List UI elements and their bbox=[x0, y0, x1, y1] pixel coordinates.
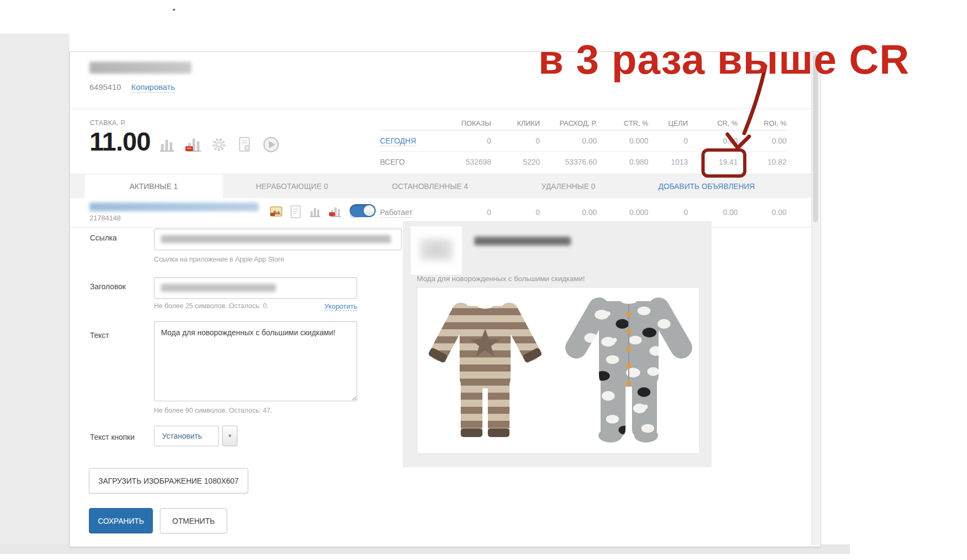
text-label: Текст bbox=[90, 331, 109, 340]
total-cr: 19.41 bbox=[688, 158, 738, 166]
col-clicks: КЛИКИ bbox=[491, 119, 540, 127]
stats-chart-icon[interactable] bbox=[308, 204, 322, 219]
today-ctr: 0.000 bbox=[597, 136, 648, 145]
title-label: Заголовок bbox=[90, 282, 126, 291]
ad-preview-panel: Мода для новорожденных с большими скидка… bbox=[403, 221, 712, 467]
link-hint: Ссылка на приложение в Apple App Store bbox=[154, 256, 284, 263]
campaign-card: 6495410 Копировать СТАВКА, Р. 11.00 ПОКА… bbox=[69, 51, 821, 547]
link-label: Ссылка bbox=[90, 233, 117, 242]
today-spend: 0.00 bbox=[540, 136, 597, 145]
ad-impressions: 0 bbox=[440, 208, 491, 217]
ad-cr: 0.00 bbox=[688, 208, 738, 217]
page-dot bbox=[173, 9, 175, 11]
total-spend: 53376.60 bbox=[540, 158, 597, 166]
link-input[interactable] bbox=[154, 229, 402, 250]
card-scrollbar[interactable] bbox=[811, 52, 820, 545]
today-impressions: 0 bbox=[440, 136, 491, 145]
shorten-link[interactable]: Укоротить bbox=[324, 302, 357, 311]
ad-clicks: 0 bbox=[491, 208, 540, 217]
title-value-blurred bbox=[161, 284, 276, 292]
col-spend: РАСХОД, Р. bbox=[540, 119, 597, 127]
campaign-id: 6495410 bbox=[89, 82, 121, 92]
col-impressions: ПОКАЗЫ bbox=[440, 119, 491, 127]
settings-gear-icon[interactable] bbox=[210, 135, 228, 154]
play-icon[interactable] bbox=[262, 135, 280, 154]
bid-toolbar bbox=[158, 135, 280, 154]
stats-header-row: ПОКАЗЫ КЛИКИ РАСХОД, Р. CTR, % ЦЕЛИ CR, … bbox=[380, 116, 787, 131]
today-goals: 0 bbox=[648, 136, 688, 145]
button-text-select[interactable]: Установить ▼ bbox=[154, 426, 237, 446]
button-text-label: Текст кнопки bbox=[90, 433, 134, 441]
bid-value: 11.00 bbox=[89, 127, 150, 157]
annotation-text: в 3 раза выше CR bbox=[538, 39, 910, 80]
campaign-name-blurred bbox=[89, 62, 191, 74]
ad-name-blurred[interactable] bbox=[89, 203, 259, 211]
doc-icon[interactable] bbox=[289, 204, 302, 219]
image-icon[interactable] bbox=[269, 204, 283, 219]
tab-active-ads[interactable]: АКТИВНЫЕ 1 bbox=[85, 174, 223, 199]
ad-ctr: 0.000 bbox=[597, 208, 648, 217]
stats-row-today: СЕГОДНЯ 0 0 0.00 0.000 0 0.00 0.00 bbox=[380, 131, 787, 152]
title-input[interactable] bbox=[154, 277, 357, 299]
stats-chart-icon[interactable] bbox=[158, 135, 176, 154]
preview-app-icon bbox=[411, 226, 462, 275]
title-hint-row: Не более 25 символов. Осталось: 0. Укоро… bbox=[154, 302, 357, 311]
col-ctr: CTR, % bbox=[597, 119, 648, 127]
targeting-doc-icon[interactable] bbox=[236, 135, 254, 154]
geo-stats-icon[interactable] bbox=[184, 135, 202, 154]
ad-id: 21784148 bbox=[89, 214, 121, 222]
button-text-value[interactable]: Установить bbox=[154, 426, 219, 446]
today-clicks: 0 bbox=[491, 136, 540, 145]
chevron-down-icon[interactable]: ▼ bbox=[222, 426, 237, 446]
ad-actions bbox=[269, 204, 361, 219]
save-button[interactable]: СОХРАНИТЬ bbox=[89, 508, 153, 533]
geo-stats-icon[interactable] bbox=[328, 204, 341, 219]
bid-label: СТАВКА, Р. bbox=[90, 119, 126, 127]
col-cr: CR, % bbox=[688, 119, 738, 127]
ad-stats-row: Работает 0 0 0.00 0.000 0 0.00 0.00 bbox=[380, 201, 787, 223]
total-goals: 1013 bbox=[648, 158, 688, 166]
stats-table: ПОКАЗЫ КЛИКИ РАСХОД, Р. CTR, % ЦЕЛИ CR, … bbox=[380, 116, 787, 172]
ad-goals: 0 bbox=[648, 208, 688, 217]
page-left-gutter bbox=[0, 34, 69, 554]
ad-enabled-toggle[interactable] bbox=[350, 204, 376, 217]
cancel-button[interactable]: ОТМЕНИТЬ bbox=[160, 508, 227, 533]
ad-roi: 0.00 bbox=[738, 208, 787, 217]
ad-spend: 0.00 bbox=[540, 208, 597, 217]
preview-text: Мода для новорожденных с большими скидка… bbox=[417, 275, 585, 283]
today-cr: 0.00 bbox=[688, 136, 738, 145]
link-value-blurred bbox=[161, 235, 391, 243]
preview-title-blurred bbox=[474, 237, 571, 245]
preview-app-icon-blurred bbox=[420, 238, 453, 261]
title-hint: Не более 25 символов. Осталось: 0. bbox=[154, 302, 268, 311]
baby-rompers-image bbox=[417, 288, 699, 450]
tab-stopped-ads[interactable]: ОСТАНОВЛЕННЫЕ 4 bbox=[361, 174, 499, 199]
ad-status-link[interactable]: Работает bbox=[380, 208, 412, 218]
tab-add-ads[interactable]: ДОБАВИТЬ ОБЪЯВЛЕНИЯ bbox=[637, 174, 776, 199]
col-roi: ROI, % bbox=[738, 119, 787, 127]
text-hint: Не более 90 символов. Осталось: 47. bbox=[154, 407, 272, 414]
upload-image-button[interactable]: ЗАГРУЗИТЬ ИЗОБРАЖЕНИЕ 1080X607 bbox=[89, 468, 248, 493]
tab-deleted-ads[interactable]: УДАЛЕННЫЕ 0 bbox=[499, 174, 637, 199]
tab-not-working-ads[interactable]: НЕРАБОТАЮЩИЕ 0 bbox=[223, 174, 361, 199]
toggle-knob bbox=[364, 205, 375, 216]
preview-image bbox=[417, 287, 700, 454]
today-link[interactable]: СЕГОДНЯ bbox=[380, 136, 416, 146]
total-ctr: 0.980 bbox=[597, 158, 648, 166]
ads-tabstrip: АКТИВНЫЕ 1 НЕРАБОТАЮЩИЕ 0 ОСТАНОВЛЕННЫЕ … bbox=[70, 174, 819, 199]
today-roi: 0.00 bbox=[738, 136, 787, 145]
text-input[interactable]: Мода для новорожденных с большими скидка… bbox=[154, 321, 357, 401]
total-roi: 10.82 bbox=[738, 158, 787, 166]
total-impressions: 532698 bbox=[440, 158, 491, 166]
header-divider bbox=[70, 108, 819, 109]
total-label: ВСЕГО bbox=[380, 158, 440, 166]
stats-row-total: ВСЕГО 532698 5220 53376.60 0.980 1013 19… bbox=[380, 152, 787, 172]
col-goals: ЦЕЛИ bbox=[648, 119, 688, 127]
total-clicks: 5220 bbox=[491, 158, 540, 166]
copy-campaign-link[interactable]: Копировать bbox=[131, 82, 175, 93]
